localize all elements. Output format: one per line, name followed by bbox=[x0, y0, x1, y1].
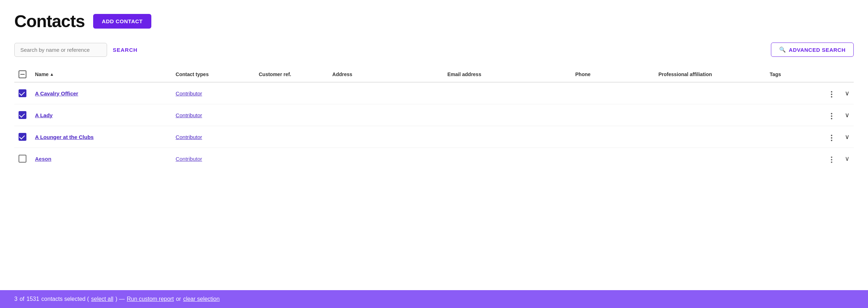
row-tags-cell bbox=[766, 126, 817, 148]
row-expand-cell: ∨ bbox=[838, 104, 854, 126]
row-checkbox[interactable] bbox=[19, 89, 26, 97]
row-phone-cell bbox=[571, 126, 654, 148]
row-checkbox-cell bbox=[14, 148, 31, 170]
clear-selection-link[interactable]: clear selection bbox=[183, 296, 219, 302]
row-tags-cell bbox=[766, 148, 817, 170]
of-text: of bbox=[20, 296, 24, 302]
row-actions-cell bbox=[817, 148, 838, 170]
row-contact-type-cell: Contributor bbox=[171, 126, 254, 148]
row-customer-ref-cell bbox=[254, 82, 328, 104]
row-checkbox[interactable] bbox=[19, 133, 26, 141]
row-checkbox[interactable] bbox=[19, 111, 26, 119]
col-header-contact-types: Contact types bbox=[171, 67, 254, 82]
row-professional-affiliation-cell bbox=[654, 104, 766, 126]
run-custom-report-link[interactable]: Run custom report bbox=[127, 296, 174, 302]
row-contact-type-cell: Contributor bbox=[171, 82, 254, 104]
row-expand-cell: ∨ bbox=[838, 126, 854, 148]
row-tags-cell bbox=[766, 104, 817, 126]
row-address-cell bbox=[328, 148, 443, 170]
or-text: or bbox=[176, 296, 181, 302]
selected-count: 3 bbox=[14, 296, 17, 302]
page-header: Contacts ADD CONTACT bbox=[14, 11, 854, 31]
page-title: Contacts bbox=[14, 11, 85, 31]
col-header-customer-ref: Customer ref. bbox=[254, 67, 328, 82]
row-actions-cell bbox=[817, 104, 838, 126]
table-body: A Cavalry Officer Contributor ∨ A Lady bbox=[14, 82, 854, 169]
row-professional-affiliation-cell bbox=[654, 82, 766, 104]
col-header-email: Email address bbox=[443, 67, 571, 82]
advanced-search-button[interactable]: 🔍 ADVANCED SEARCH bbox=[771, 43, 854, 57]
row-expand-button[interactable]: ∨ bbox=[845, 90, 849, 97]
contact-type-link[interactable]: Contributor bbox=[176, 156, 202, 162]
row-customer-ref-cell bbox=[254, 104, 328, 126]
col-header-phone: Phone bbox=[571, 67, 654, 82]
row-more-options-button[interactable] bbox=[829, 155, 834, 164]
row-more-options-button[interactable] bbox=[829, 133, 834, 143]
table-row: A Lounger at the Clubs Contributor ∨ bbox=[14, 126, 854, 148]
row-more-options-button[interactable] bbox=[829, 90, 834, 99]
row-checkbox-cell bbox=[14, 104, 31, 126]
row-tags-cell bbox=[766, 82, 817, 104]
row-actions-cell bbox=[817, 126, 838, 148]
contact-type-link[interactable]: Contributor bbox=[176, 90, 202, 96]
row-email-cell bbox=[443, 126, 571, 148]
row-address-cell bbox=[328, 104, 443, 126]
contacts-table: Name ▲ Contact types Customer ref. Addre… bbox=[14, 67, 854, 169]
contact-name-link[interactable]: A Cavalry Officer bbox=[35, 90, 78, 96]
row-expand-button[interactable]: ∨ bbox=[845, 133, 849, 140]
col-header-name: Name ▲ bbox=[31, 67, 171, 82]
row-contact-type-cell: Contributor bbox=[171, 104, 254, 126]
row-address-cell bbox=[328, 82, 443, 104]
col-header-professional-affiliation: Professional affiliation bbox=[654, 67, 766, 82]
sort-asc-icon[interactable]: ▲ bbox=[50, 72, 54, 77]
table-row: Aeson Contributor ∨ bbox=[14, 148, 854, 170]
row-email-cell bbox=[443, 148, 571, 170]
row-name-cell: A Cavalry Officer bbox=[31, 82, 171, 104]
search-input[interactable] bbox=[14, 43, 107, 57]
table-row: A Lady Contributor ∨ bbox=[14, 104, 854, 126]
page-container: Contacts ADD CONTACT SEARCH 🔍 ADVANCED S… bbox=[0, 0, 868, 198]
row-customer-ref-cell bbox=[254, 126, 328, 148]
row-expand-button[interactable]: ∨ bbox=[845, 155, 849, 162]
total-count: 1531 bbox=[26, 296, 39, 302]
col-header-address: Address bbox=[328, 67, 443, 82]
row-checkbox[interactable] bbox=[19, 155, 26, 163]
col-name-label: Name bbox=[35, 71, 49, 77]
row-checkbox-cell bbox=[14, 126, 31, 148]
contact-type-link[interactable]: Contributor bbox=[176, 112, 202, 118]
row-customer-ref-cell bbox=[254, 148, 328, 170]
contact-name-link[interactable]: A Lady bbox=[35, 112, 52, 118]
row-email-cell bbox=[443, 104, 571, 126]
row-professional-affiliation-cell bbox=[654, 126, 766, 148]
contact-name-link[interactable]: A Lounger at the Clubs bbox=[35, 134, 94, 140]
row-checkbox-cell bbox=[14, 82, 31, 104]
row-more-options-button[interactable] bbox=[829, 111, 834, 121]
table-header-row: Name ▲ Contact types Customer ref. Addre… bbox=[14, 67, 854, 82]
row-name-cell: Aeson bbox=[31, 148, 171, 170]
contact-name-link[interactable]: Aeson bbox=[35, 156, 51, 162]
select-all-checkbox[interactable] bbox=[19, 70, 26, 78]
row-name-cell: A Lounger at the Clubs bbox=[31, 126, 171, 148]
search-button[interactable]: SEARCH bbox=[113, 47, 137, 53]
bottom-bar: 3 of 1531 contacts selected ( select all… bbox=[0, 290, 868, 308]
table-row: A Cavalry Officer Contributor ∨ bbox=[14, 82, 854, 104]
search-row: SEARCH 🔍 ADVANCED SEARCH bbox=[14, 43, 854, 57]
contacts-selected-text: contacts selected ( bbox=[41, 296, 89, 302]
row-phone-cell bbox=[571, 82, 654, 104]
row-expand-button[interactable]: ∨ bbox=[845, 111, 849, 119]
row-expand-cell: ∨ bbox=[838, 82, 854, 104]
contact-type-link[interactable]: Contributor bbox=[176, 134, 202, 140]
row-expand-cell: ∨ bbox=[838, 148, 854, 170]
row-phone-cell bbox=[571, 148, 654, 170]
row-professional-affiliation-cell bbox=[654, 148, 766, 170]
select-all-link[interactable]: select all bbox=[91, 296, 113, 302]
row-contact-type-cell: Contributor bbox=[171, 148, 254, 170]
col-header-expand bbox=[838, 67, 854, 82]
search-icon: 🔍 bbox=[779, 46, 786, 53]
row-name-cell: A Lady bbox=[31, 104, 171, 126]
dash-text: ) — bbox=[116, 296, 125, 302]
advanced-search-label: ADVANCED SEARCH bbox=[789, 47, 846, 53]
add-contact-button[interactable]: ADD CONTACT bbox=[93, 14, 151, 29]
col-header-actions bbox=[817, 67, 838, 82]
row-actions-cell bbox=[817, 82, 838, 104]
